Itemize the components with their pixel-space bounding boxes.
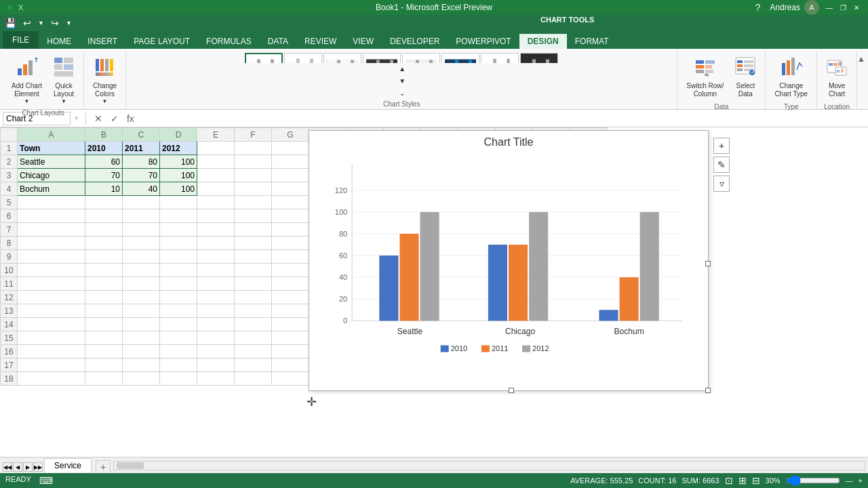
chart-style-1[interactable] (245, 53, 283, 63)
cell-6-2[interactable] (123, 209, 160, 223)
cell-10-0[interactable] (18, 264, 85, 277)
cell-2-0[interactable]: Seattle (18, 155, 85, 169)
cell-9-3[interactable] (160, 250, 197, 264)
chart-area[interactable]: Chart Title 0 20 40 (309, 130, 709, 391)
chart-styles-btn[interactable]: ✎ (713, 157, 730, 173)
cell-11-6[interactable] (272, 277, 309, 291)
cell-17-5[interactable] (235, 359, 272, 372)
chart-style-3[interactable] (323, 53, 361, 63)
chart-style-7[interactable] (481, 53, 519, 63)
cell-13-4[interactable] (197, 304, 235, 318)
cell-1-1[interactable]: 2010 (85, 142, 123, 155)
cell-13-6[interactable] (272, 304, 309, 318)
cell-7-5[interactable] (235, 223, 272, 237)
cell-7-1[interactable] (85, 223, 123, 237)
customize-qat-icon[interactable]: ▼ (64, 20, 74, 26)
tab-insert[interactable]: INSERT (79, 34, 125, 49)
view-layout-icon[interactable]: ⊞ (738, 475, 747, 486)
cell-8-0[interactable] (18, 237, 85, 250)
cell-2-1[interactable]: 60 (85, 155, 123, 169)
cell-18-6[interactable] (272, 372, 309, 386)
cell-5-1[interactable] (85, 196, 123, 209)
cell-4-1[interactable]: 10 (85, 182, 123, 196)
cell-18-4[interactable] (197, 372, 235, 386)
view-break-icon[interactable]: ⊟ (752, 475, 760, 486)
cell-3-4[interactable] (197, 169, 235, 182)
cell-1-0[interactable]: Town (18, 142, 85, 155)
cell-6-6[interactable] (272, 209, 309, 223)
cell-12-2[interactable] (123, 291, 160, 304)
cell-18-1[interactable] (85, 372, 123, 386)
chart-resize-right[interactable] (705, 261, 711, 266)
undo-icon[interactable]: ↩ (21, 18, 33, 28)
cell-4-0[interactable]: Bochum (18, 182, 85, 196)
cell-3-6[interactable] (272, 169, 309, 182)
cell-14-1[interactable] (85, 318, 123, 331)
cell-11-5[interactable] (235, 277, 272, 291)
cell-2-2[interactable]: 80 (123, 155, 160, 169)
cell-3-3[interactable]: 100 (160, 169, 197, 182)
cell-12-3[interactable] (160, 291, 197, 304)
cell-8-5[interactable] (235, 237, 272, 250)
cell-8-4[interactable] (197, 237, 235, 250)
cell-14-0[interactable] (18, 318, 85, 331)
cell-1-6[interactable] (272, 142, 309, 155)
change-colors-btn[interactable]: ChangeColors ▼ (88, 53, 121, 108)
cell-5-2[interactable] (123, 196, 160, 209)
cell-2-4[interactable] (197, 155, 235, 169)
cell-15-6[interactable] (272, 331, 309, 345)
cell-13-3[interactable] (160, 304, 197, 318)
sheet-nav-next[interactable]: ▶ (23, 462, 33, 472)
cell-9-0[interactable] (18, 250, 85, 264)
cell-13-1[interactable] (85, 304, 123, 318)
switch-row-col-btn[interactable]: ⇆ Switch Row/Column (682, 53, 728, 102)
cell-10-1[interactable] (85, 264, 123, 277)
col-header-e[interactable]: E (197, 128, 235, 142)
cell-16-4[interactable] (197, 345, 235, 359)
chart-filters-btn[interactable]: ▿ (713, 176, 730, 192)
sheet-tab-service[interactable]: Service (44, 458, 92, 472)
cell-14-2[interactable] (123, 318, 160, 331)
col-header-b[interactable]: B (85, 128, 123, 142)
sheet-nav-prev[interactable]: ◀ (13, 462, 22, 472)
cell-6-3[interactable] (160, 209, 197, 223)
chart-resize-corner[interactable] (705, 388, 711, 393)
move-chart-btn[interactable]: MoveChart (821, 53, 852, 102)
cell-7-6[interactable] (272, 223, 309, 237)
cell-12-4[interactable] (197, 291, 235, 304)
chart-style-2[interactable] (284, 53, 322, 63)
cell-15-3[interactable] (160, 331, 197, 345)
cell-16-6[interactable] (272, 345, 309, 359)
cell-6-0[interactable] (18, 209, 85, 223)
cell-10-3[interactable] (160, 264, 197, 277)
cell-15-2[interactable] (123, 331, 160, 345)
cell-6-1[interactable] (85, 209, 123, 223)
cell-1-3[interactable]: 2012 (160, 142, 197, 155)
cell-16-5[interactable] (235, 345, 272, 359)
cell-18-0[interactable] (18, 372, 85, 386)
chart-style-5[interactable] (402, 53, 440, 63)
cell-7-4[interactable] (197, 223, 235, 237)
cell-9-2[interactable] (123, 250, 160, 264)
cell-17-3[interactable] (160, 359, 197, 372)
cell-1-5[interactable] (235, 142, 272, 155)
cell-8-2[interactable] (123, 237, 160, 250)
cell-15-1[interactable] (85, 331, 123, 345)
cell-16-2[interactable] (123, 345, 160, 359)
quick-layout-btn[interactable]: QuickLayout ▼ (48, 53, 79, 108)
col-header-c[interactable]: C (123, 128, 160, 142)
name-box-dropdown[interactable]: ▼ (73, 115, 80, 122)
tab-review[interactable]: REVIEW (296, 34, 344, 49)
confirm-formula-btn[interactable]: ✓ (108, 113, 121, 124)
cell-17-6[interactable] (272, 359, 309, 372)
zoom-in-icon[interactable]: + (859, 476, 863, 485)
cell-16-3[interactable] (160, 345, 197, 359)
cell-4-3[interactable]: 100 (160, 182, 197, 196)
cell-2-5[interactable] (235, 155, 272, 169)
tab-developer[interactable]: DEVELOPER (382, 34, 448, 49)
cell-17-4[interactable] (197, 359, 235, 372)
scrollbar-thumb-h[interactable] (117, 462, 144, 469)
cell-1-2[interactable]: 2011 (123, 142, 160, 155)
cell-3-2[interactable]: 70 (123, 169, 160, 182)
insert-function-btn[interactable]: fx (124, 113, 137, 124)
